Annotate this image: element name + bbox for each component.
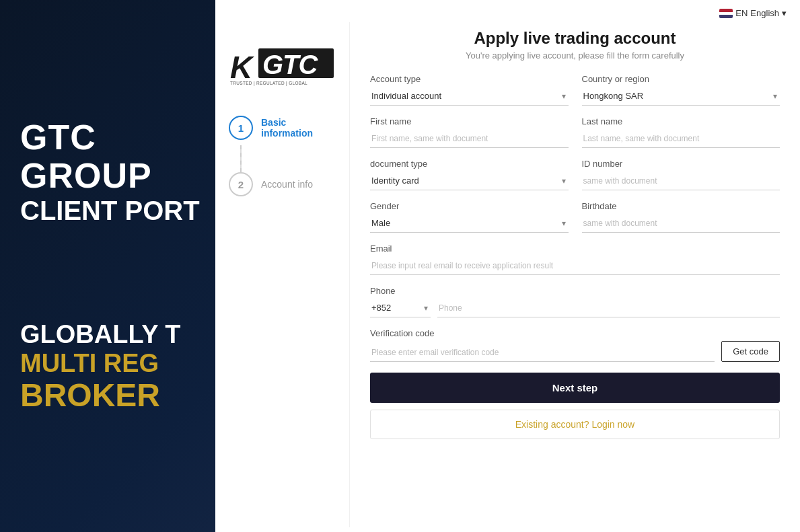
background-content: GTC GROUP CLIENT PORT GLOBALLY T MULTI R… [0, 0, 215, 532]
verification-input-wrap [370, 343, 715, 362]
step-1-label: Basic information [261, 117, 336, 139]
verification-input-row: Get code [370, 341, 780, 362]
gender-label: Gender [370, 201, 569, 211]
doc-type-group: document type Identity card Passport [370, 159, 569, 190]
step-2-circle: 2 [229, 172, 253, 196]
form-subtitle: You're applying live account, please fil… [370, 50, 780, 61]
logo-svg: K GTC TRUSTED | REGULATED | GLOBAL [229, 46, 336, 86]
first-name-input[interactable] [370, 129, 569, 148]
email-row: Email [370, 243, 780, 275]
last-name-group: Last name [582, 116, 780, 148]
main-card: EN English ▾ K GTC TRUSTED | REGULATED |… [215, 0, 800, 532]
first-name-label: First name [370, 116, 569, 126]
gender-birth-row: Gender Male Female Birthdate [370, 201, 780, 233]
doc-type-select-wrapper: Identity card Passport [370, 172, 569, 190]
last-name-input[interactable] [582, 129, 780, 148]
country-select-wrapper: Hongkong SAR China United States [582, 87, 780, 106]
phone-number-input[interactable] [437, 299, 780, 317]
stepper-column: K GTC TRUSTED | REGULATED | GLOBAL 1 Bas… [215, 22, 350, 527]
language-bar: EN English ▾ [215, 0, 800, 22]
logo-area: K GTC TRUSTED | REGULATED | GLOBAL [229, 42, 336, 89]
gender-select[interactable]: Male Female [370, 214, 569, 233]
step-2-item[interactable]: 2 Account info [229, 172, 313, 196]
first-name-group: First name [370, 116, 569, 148]
name-row: First name Last name [370, 116, 780, 148]
form-column: Apply live trading account You're applyi… [350, 22, 800, 527]
svg-text:TRUSTED | REGULATED | GLOBAL: TRUSTED | REGULATED | GLOBAL [230, 81, 307, 86]
step-1-circle: 1 [229, 116, 253, 140]
step-2-label: Account info [261, 179, 313, 190]
account-type-group: Account type Individual account Corporat… [370, 74, 569, 106]
last-name-label: Last name [582, 116, 780, 126]
doc-type-select[interactable]: Identity card Passport [370, 172, 569, 190]
account-country-row: Account type Individual account Corporat… [370, 74, 780, 106]
verification-row: Verification code Get code [370, 328, 780, 362]
country-select[interactable]: Hongkong SAR China United States [582, 87, 780, 106]
doc-type-label: document type [370, 159, 569, 169]
email-label: Email [370, 243, 780, 254]
gender-group: Gender Male Female [370, 201, 569, 233]
verification-code-input[interactable] [370, 343, 715, 362]
account-type-label: Account type [370, 74, 569, 84]
form-title: Apply live trading account [370, 29, 780, 48]
verification-group: Verification code Get code [370, 328, 780, 362]
gender-select-wrapper: Male Female [370, 214, 569, 233]
country-label: Country or region [582, 74, 780, 84]
phone-group: Phone +852 +86 +1 [370, 286, 780, 317]
card-body: K GTC TRUSTED | REGULATED | GLOBAL 1 Bas… [215, 22, 800, 527]
chevron-down-icon: ▾ [782, 8, 787, 18]
birthdate-label: Birthdate [582, 201, 780, 211]
doc-id-row: document type Identity card Passport ID … [370, 159, 780, 190]
next-step-button[interactable]: Next step [370, 373, 780, 403]
phone-prefix-wrapper: +852 +86 +1 [370, 299, 431, 317]
birthdate-input[interactable] [582, 214, 780, 233]
bg-gtc-text: GTC GROUP CLIENT PORT [20, 118, 215, 225]
step-connector [240, 145, 242, 172]
id-number-input[interactable] [582, 172, 780, 190]
language-selector[interactable]: EN English ▾ [719, 8, 787, 18]
bg-broker-text: GLOBALLY T MULTI REG BROKER [20, 279, 215, 414]
email-input[interactable] [370, 256, 780, 275]
account-type-select-wrapper: Individual account Corporate account [370, 87, 569, 106]
birthdate-group: Birthdate [582, 201, 780, 233]
phone-input-row: +852 +86 +1 [370, 299, 780, 317]
id-number-group: ID number [582, 159, 780, 190]
id-number-label: ID number [582, 159, 780, 169]
language-name: English [750, 8, 779, 18]
country-group: Country or region Hongkong SAR China Uni… [582, 74, 780, 106]
email-group: Email [370, 243, 780, 275]
account-type-select[interactable]: Individual account Corporate account [370, 87, 569, 106]
svg-text:K: K [230, 50, 254, 85]
svg-text:GTC: GTC [262, 50, 319, 79]
get-code-button[interactable]: Get code [721, 341, 780, 362]
verification-label: Verification code [370, 328, 780, 338]
step-1-item[interactable]: 1 Basic information [229, 116, 336, 140]
phone-row: Phone +852 +86 +1 [370, 286, 780, 317]
phone-prefix-select[interactable]: +852 +86 +1 [370, 299, 431, 317]
language-label: EN [735, 8, 748, 18]
phone-label: Phone [370, 286, 780, 296]
flag-icon [719, 9, 733, 18]
existing-account-login-button[interactable]: Existing account? Login now [370, 410, 780, 439]
